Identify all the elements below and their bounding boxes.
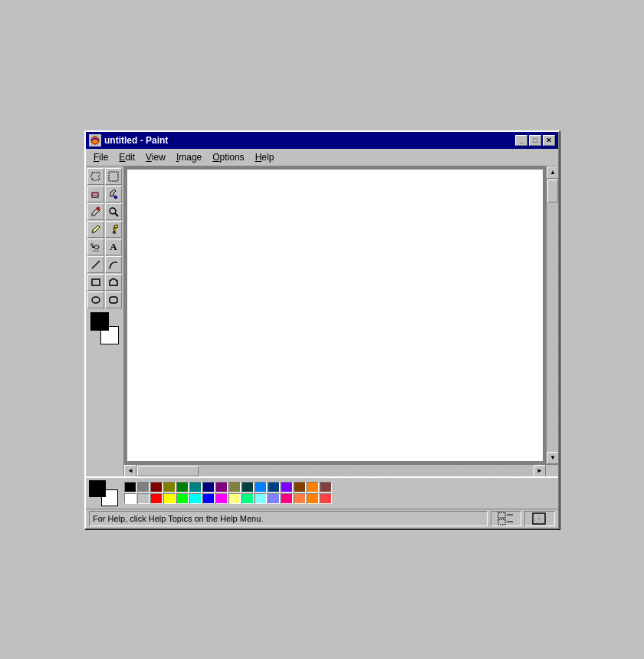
svg-rect-4 [92,196,98,197]
svg-rect-10 [94,245,99,249]
toolbar: A [86,166,124,476]
window-title: untitled - Paint [104,135,168,146]
color-swatch[interactable] [281,493,293,504]
tool-free-select[interactable] [87,168,104,185]
current-colors [89,480,118,506]
svg-line-27 [533,519,539,524]
tool-brush[interactable] [105,221,122,238]
menu-edit[interactable]: Edit [114,150,140,164]
svg-point-14 [95,250,96,251]
scroll-track-vertical[interactable] [547,179,558,452]
scrollbar-vertical[interactable]: ▲ ▼ [546,166,558,464]
color-swatch[interactable] [202,482,215,493]
color-swatch[interactable] [163,482,176,493]
tool-rectangle[interactable] [87,274,104,291]
palette-row-1 [124,482,332,493]
tool-pencil[interactable] [87,221,104,238]
scroll-corner [546,465,558,476]
menu-help[interactable]: Help [251,150,279,164]
svg-point-18 [92,297,100,303]
tool-polygon[interactable] [105,274,122,291]
color-swatch[interactable] [215,482,228,493]
tool-curve[interactable] [105,256,122,273]
color-swatch[interactable] [268,493,280,504]
scroll-thumb-vertical[interactable] [547,180,558,203]
color-swatch[interactable] [176,482,189,493]
tool-magnifier[interactable] [105,203,122,220]
drawing-canvas[interactable] [127,170,543,461]
scroll-thumb-horizontal[interactable] [137,466,199,476]
color-swatch[interactable] [137,493,150,504]
tool-line[interactable] [87,256,104,273]
tool-airbrush[interactable] [87,239,104,255]
svg-line-7 [115,213,118,216]
color-swatch[interactable] [268,482,280,493]
tool-rect-select[interactable] [105,168,122,185]
color-swatch[interactable] [281,482,293,493]
svg-point-12 [91,243,94,245]
tool-eyedropper[interactable] [87,203,104,220]
tool-text[interactable]: A [105,239,122,255]
app-icon [89,134,101,147]
color-swatch[interactable] [242,482,254,493]
color-swatch[interactable] [202,493,215,504]
scroll-left-button[interactable]: ◄ [124,465,136,476]
color-swatch[interactable] [189,482,202,493]
color-swatch[interactable] [320,482,332,493]
scroll-up-button[interactable]: ▲ [547,166,558,179]
scroll-track-horizontal[interactable] [136,465,534,476]
toolbar-fg-color[interactable] [90,312,109,331]
status-bar: For Help, click Help Topics on the Help … [86,509,558,528]
menu-bar: File Edit View Image Options Help [86,149,558,166]
color-swatch[interactable] [215,493,228,504]
canvas-container: ▲ ▼ ◄ ► [124,166,558,476]
color-swatch[interactable] [294,493,306,504]
tool-ellipse[interactable] [87,292,104,308]
tool-fill[interactable] [105,186,122,203]
color-swatch[interactable] [137,482,150,493]
color-swatch[interactable] [307,482,319,493]
svg-point-9 [113,231,116,233]
svg-line-28 [539,519,545,524]
scroll-down-button[interactable]: ▼ [547,452,558,464]
color-swatch[interactable] [124,482,136,493]
color-swatch[interactable] [294,482,306,493]
color-palette [124,482,332,504]
color-swatch[interactable] [242,493,254,504]
color-swatch[interactable] [320,493,332,504]
status-size [524,511,555,526]
color-swatch[interactable] [124,493,136,504]
svg-point-6 [110,208,116,214]
close-button[interactable]: ✕ [543,135,555,146]
color-swatch[interactable] [189,493,202,504]
palette-row-2 [124,493,332,504]
color-swatch[interactable] [228,493,241,504]
color-swatch[interactable] [255,482,267,493]
menu-image[interactable]: Image [172,150,206,164]
foreground-color-box[interactable] [89,480,106,497]
color-swatch[interactable] [150,482,163,493]
svg-point-15 [97,250,98,251]
color-swatch[interactable] [228,482,241,493]
color-swatch[interactable] [163,493,176,504]
color-swatch[interactable] [176,493,189,504]
tool-rounded-rect[interactable] [105,292,122,308]
scrollbar-horizontal[interactable]: ◄ ► [124,464,558,476]
title-bar: untitled - Paint _ □ ✕ [86,132,558,149]
scroll-right-button[interactable]: ► [534,465,546,476]
status-help-text: For Help, click Help Topics on the Help … [89,511,488,526]
svg-rect-19 [110,297,117,303]
tool-eraser[interactable] [87,186,104,203]
menu-view[interactable]: View [141,150,170,164]
menu-options[interactable]: Options [208,150,248,164]
color-swatch[interactable] [150,493,163,504]
svg-rect-21 [498,519,505,525]
color-swatch[interactable] [307,493,319,504]
size-icon [531,512,548,526]
minimize-button[interactable]: _ [515,135,527,146]
title-buttons: _ □ ✕ [515,135,555,146]
svg-rect-2 [109,172,118,181]
color-swatch[interactable] [255,493,267,504]
menu-file[interactable]: File [89,150,113,164]
maximize-button[interactable]: □ [529,135,541,146]
